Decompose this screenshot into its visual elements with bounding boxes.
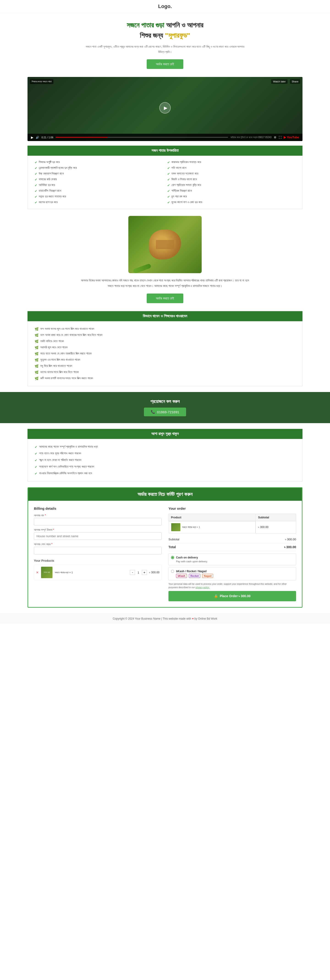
product-name: সজনে পাতার গুড়া × 1: [55, 571, 128, 574]
how-to-item: 🌿মায়ে যাতে অথবা যে কোন তরকারীতে মিক্স ক…: [35, 350, 295, 357]
privacy-policy-link[interactable]: privacy policy.: [196, 586, 210, 589]
benefit-item: ✔গাস্ট্রিক নিয়ন্ত্রণ রাখে: [167, 189, 295, 193]
order-product-subtotal: ৳ 300.00: [256, 521, 296, 533]
benefit-text: গাস্ট্রিক নিয়ন্ত্রণ রাখে: [171, 189, 192, 192]
cod-payment-option[interactable]: Cash on delivery Pay with cash upon deli…: [169, 554, 296, 565]
check-icon: ✔: [35, 166, 37, 170]
check-icon: ✔: [167, 178, 170, 181]
address-field-group: আপনার সম্পূর্ণ ঠিকানা *: [34, 528, 161, 540]
check-icon: ✔: [35, 445, 37, 449]
order-summary-title: Your order: [169, 506, 296, 511]
how-to-item: 🌿ফল অথবা ফলের জুস এর সাথে মিক্স করে খাওয…: [35, 326, 295, 332]
share-button[interactable]: Share: [290, 79, 300, 84]
benefit-text: শিশুদের অপুষ্টি দুর করে: [39, 160, 60, 164]
logo: Logo.: [158, 3, 172, 9]
how-to-item: 🌿তরতি বানিয়ে খেতে পারেন: [35, 338, 295, 344]
cta-phone-button[interactable]: 📞 01869-721691: [144, 407, 186, 416]
check-icon: ✔: [35, 183, 37, 187]
name-field-group: আপনার নাম *: [34, 514, 161, 525]
lock-icon: 🔒: [214, 594, 218, 598]
how-to-item: 🌿সুতুলম এর সাথে মিক্স করে খাওয়াতে পারেন: [35, 357, 295, 363]
benefits-grid: ✔শিশুদের অপুষ্টি দুর করে ✔কারাভার প্রতির…: [27, 156, 303, 209]
heart-icon: ♥: [192, 617, 194, 620]
product-col-header: Product: [169, 514, 256, 521]
volume-icon[interactable]: 🔊: [36, 136, 39, 139]
video-description: আরিতার কারণ ইন্টার্নে কে বলেন সন্তান 096…: [230, 136, 271, 139]
promise-text: আমাদের কাছে পাবেন সম্পূর্ণ প্রাকৃতিক ও র…: [39, 445, 98, 449]
order-product-name: সজনে পাতার গুড়া × 1: [182, 526, 200, 529]
place-order-button[interactable]: 🔒 Place Order ৳ 300.00: [169, 591, 296, 601]
promise-header: আশা রাখুন সুস্থ্য থাকুন: [27, 429, 303, 439]
phone-input[interactable]: [34, 547, 161, 554]
benefit-item: ✔খাবারের রুচি ফেরায়: [35, 177, 163, 181]
video-channel-label: শিশুদের জন্য সজনে পাতা: [32, 80, 51, 83]
mobile-radio[interactable]: [171, 570, 174, 573]
check-icon: ✔: [35, 172, 37, 176]
check-icon: ✔: [35, 195, 37, 199]
name-input[interactable]: [34, 518, 161, 525]
fullscreen-icon[interactable]: ⛶: [279, 136, 281, 139]
how-to-item: 🌿ডালের ভাতার সাথে মিক্স করে নিতে পারেন: [35, 369, 295, 375]
order-summary-section: Your order Product Subtotal সজনে পাতার গ…: [169, 506, 296, 601]
benefit-text: লতি ভালো রাখে: [171, 166, 186, 170]
promise-item: ✔পণ্য হাতে পেয়ে মূল্য পরিশোধ করতে পারবে…: [35, 450, 295, 457]
order-product-cell: সজনে পাতার গুড়া × 1: [169, 521, 256, 533]
how-to-header: কিভাবে খাবেন ও শিশুদেরও খাওয়াবেন: [27, 311, 303, 321]
mobile-payment-label: bKash / Rocket / Nagad: [176, 570, 206, 573]
nagad-logo: Nagad: [202, 574, 213, 578]
leaf-icon: 🌿: [35, 333, 38, 337]
cod-radio[interactable]: [171, 556, 174, 559]
how-to-text: ডাল অথবা রাজা করে যে কোন খাবারের সাথে মি…: [40, 333, 102, 337]
how-to-item: 🌿মধু দিয়ে মিক্স করে খাওয়াতে পারেন: [35, 363, 295, 369]
benefit-item: ✔মুখের কালো দাগ ও রেষা দুর করে: [167, 200, 295, 204]
billing-section: Billing details আপনার নাম * আপনার সম্পূর…: [34, 506, 161, 601]
bkash-logo: bKash: [176, 574, 187, 578]
benefit-item: ✔হেন্মদানকারী ম্যাঙ্গানি হুকের দুধ বৃদ্ধ…: [35, 166, 163, 170]
check-icon: ✔: [35, 472, 37, 475]
product-thumbnail: পাতার গুড়া: [41, 567, 53, 578]
video-progress[interactable]: [56, 137, 107, 138]
hero-title-part1: সজনে পাতার গুড়া: [127, 21, 164, 29]
how-to-list: 🌿ফল অথবা ফলের জুস এর সাথে মিক্স করে খাওয…: [27, 321, 303, 386]
watch-later-button[interactable]: Watch later: [271, 79, 287, 84]
how-to-item: 🌿সরাসরি জুস করে খেতে পারেন: [35, 344, 295, 350]
settings-icon[interactable]: ⚙: [274, 136, 276, 139]
benefit-text: রোগ প্রতিরোধ ক্ষমতা বৃদ্ধি করে: [171, 183, 201, 187]
benefit-text: বয়সের ছাপ দুর করে: [39, 200, 57, 204]
promise-text: পণ্য হাতে পেয়ে মূল্য পরিশোধ করতে পারবেন: [39, 452, 81, 455]
hero-title-part2: আপনি ও আপনার: [166, 21, 204, 29]
address-input[interactable]: [34, 532, 161, 540]
hero-order-button[interactable]: অর্ডার করতে চাই: [147, 59, 183, 69]
qty-decrease-button[interactable]: -: [130, 570, 135, 575]
check-icon: ✔: [167, 166, 170, 170]
your-products-section: Your Products ✕ পাতার গুড়া সজনে পাতার গ…: [34, 559, 161, 580]
benefit-item: ✔কিডনি ও লিভার ভালো রাখে: [167, 177, 295, 181]
order-product-thumbnail: [171, 523, 180, 531]
how-to-text: মধু দিয়ে মিক্স করে খাওয়াতে পারেন: [40, 364, 72, 368]
promise-item: ✔আমাদের কাছে পাবেন সম্পূর্ণ প্রাকৃতিক ও …: [35, 444, 295, 450]
order-summary-table: Product Subtotal সজনে পাতার গুড়া × 1: [169, 514, 296, 533]
promise-text: যাওয়ার নিয়মতান্ত্রিক রেসিপির অনলাইনে প…: [39, 471, 92, 475]
check-icon: ✔: [167, 189, 170, 193]
summary-subtotal-row: Subtotal ৳ 300.00: [169, 536, 296, 543]
check-icon: ✔: [35, 178, 37, 181]
video-play-button[interactable]: ▶: [159, 102, 171, 114]
play-icon[interactable]: ▶: [31, 135, 33, 139]
product-order-button[interactable]: অর্ডার করতে চাই: [147, 294, 183, 303]
cod-desc: Pay with cash upon delivery.: [171, 560, 293, 563]
order-form-section: অর্ডার করতে নিচে ফর্মিট পূরণ করুন Billin…: [27, 487, 303, 608]
product-price: ৳ 300.00: [149, 571, 159, 574]
hero-subtitle: সজনে পাতা একটি সুপারফুড, এটিতে প্রচুর আম…: [85, 44, 245, 55]
benefit-text: তকন ক্লান্তে সতেজতা করে: [171, 172, 198, 175]
check-icon: ✔: [167, 161, 170, 164]
check-icon: ✔: [167, 195, 170, 199]
remove-product-icon[interactable]: ✕: [36, 571, 39, 574]
mobile-payment-option[interactable]: bKash / Rocket / Nagad bKash Rocket Naga…: [169, 567, 296, 581]
qty-increase-button[interactable]: +: [142, 570, 147, 575]
footer-text: Copyright © 2024 Your Business Name | Th…: [113, 617, 191, 620]
site-header: Logo.: [0, 0, 330, 13]
benefit-text: আনিমিয়া দুর করে: [39, 183, 55, 187]
benefit-item: ✔বয়সের ছাপ দুর করে: [35, 200, 163, 204]
how-to-text: ডালের ভাতার সাথে মিক্স করে নিতে পারেন: [40, 370, 79, 374]
product-description: আপনার নিজের অথবা আপনাদের কোথাও যদি সজনে …: [79, 278, 251, 289]
